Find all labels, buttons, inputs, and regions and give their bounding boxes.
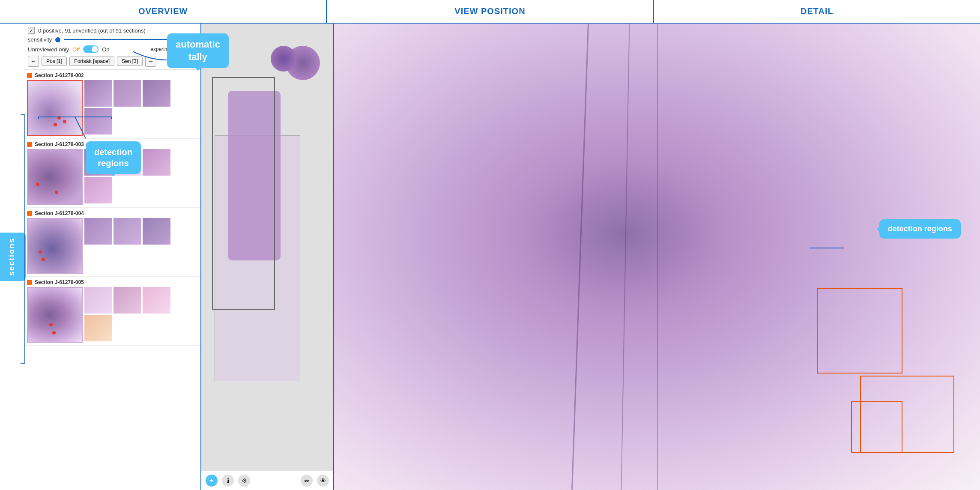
nav-sen-button[interactable]: Sen [3]: [117, 57, 143, 66]
tissue-line-3: [657, 24, 658, 490]
section-label-002: Section J-61278-002: [27, 72, 197, 78]
off-label: Off: [72, 46, 80, 53]
section-id-004: Section J-61278-004: [35, 210, 84, 216]
detection-dot: [42, 258, 45, 261]
nav-fortsatt-button[interactable]: Fortsätt [space]: [69, 57, 114, 66]
on-label: On: [102, 46, 109, 53]
detection-regions-right-bubble: detection regions: [879, 219, 961, 239]
section-thumbs-005: [84, 287, 197, 341]
section-label-005: Section J-61278-005: [27, 279, 197, 285]
section-color-005: [27, 280, 32, 285]
section-item-002: Section J-61278-002: [24, 70, 200, 139]
section-color-003: [27, 142, 32, 147]
section-color-004: [27, 211, 32, 216]
thumb-002-1[interactable]: [84, 80, 112, 107]
section-label-004: Section J-61278-004: [27, 210, 197, 216]
section-main-image-003[interactable]: [27, 149, 83, 205]
sensitivity-dot: [55, 37, 60, 42]
thumb-005-1[interactable]: [84, 287, 112, 314]
detection-regions-left-bubble: detection regions: [86, 141, 141, 174]
viewpos-title: VIEW POSITION: [454, 6, 525, 16]
tissue-line-1: [571, 24, 589, 490]
unreviewed-label: Unreviewed only: [28, 46, 69, 53]
header: OVERVIEW VIEW POSITION DETAIL: [0, 0, 980, 24]
section-item-004: Section J-61278-004: [24, 208, 200, 277]
thumb-002-4[interactable]: [84, 108, 112, 134]
detection-regions-left-text: detection regions: [94, 147, 132, 168]
info-icon[interactable]: ℹ: [222, 475, 234, 487]
nav-next-button[interactable]: →: [145, 56, 156, 67]
toggle-knob: [92, 46, 98, 52]
automatic-tally-text: automatic tally: [176, 39, 220, 62]
detail-title: DETAIL: [801, 6, 834, 16]
section-id-002: Section J-61278-002: [35, 72, 84, 78]
main-layout: ✓ 0 positive, 91 unverified (out of 91 s…: [0, 24, 980, 490]
viewpos-toolbar: ✦ ℹ ⚙ ⇔ 👁: [201, 471, 333, 490]
detection-dot: [52, 331, 56, 335]
thumb-005-3[interactable]: [143, 287, 170, 314]
tally-checkbox[interactable]: ✓: [28, 27, 35, 34]
nav-pos-button[interactable]: Pos [1]: [42, 57, 67, 66]
section-main-image-005[interactable]: [27, 287, 83, 343]
nav-prev-button[interactable]: ←: [28, 56, 39, 67]
section-main-image-004[interactable]: [27, 218, 83, 274]
eye-icon[interactable]: 👁: [317, 475, 329, 487]
section-color-002: [27, 73, 32, 78]
settings-icon[interactable]: ⚙: [238, 475, 250, 487]
sections-tab[interactable]: sections: [0, 233, 26, 281]
toggle-switch[interactable]: [83, 45, 99, 53]
section-id-005: Section J-61278-005: [35, 279, 84, 285]
viewpos-panel: ✦ ℹ ⚙ ⇔ 👁: [201, 24, 334, 490]
viewpos-tissue: [201, 24, 333, 471]
thumb-004-2[interactable]: [114, 218, 141, 245]
thumb-005-2[interactable]: [114, 287, 141, 314]
overview-panel: ✓ 0 positive, 91 unverified (out of 91 s…: [0, 24, 201, 490]
overview-title: OVERVIEW: [138, 6, 188, 16]
detail-tissue: [334, 24, 980, 490]
section-thumbs-002: [84, 80, 197, 134]
sync-icon[interactable]: ⇔: [301, 475, 313, 487]
thumb-003-3[interactable]: [143, 149, 170, 176]
detection-regions-right-text: detection regions: [888, 224, 952, 233]
sensitivity-label: sensitivity: [28, 36, 52, 43]
vp-indicator-box: [212, 77, 275, 310]
section-images-004: [27, 218, 197, 274]
detail-header: DETAIL: [654, 0, 980, 23]
detection-line: [810, 248, 844, 248]
viewpos-image-area[interactable]: [201, 24, 333, 471]
sections-tab-container: sections: [0, 24, 24, 490]
tally-row: ✓ 0 positive, 91 unverified (out of 91 s…: [28, 27, 196, 34]
thumb-003-4[interactable]: [84, 177, 112, 203]
section-main-image-002[interactable]: [27, 80, 83, 136]
detection-box-1: [817, 288, 902, 373]
thumb-005-4[interactable]: [84, 315, 112, 341]
section-item-005: Section J-61278-005: [24, 277, 200, 346]
detection-box-3: [851, 401, 902, 453]
section-images-005: [27, 287, 197, 343]
section-thumbs-004: [84, 218, 197, 245]
viewpos-header: VIEW POSITION: [327, 0, 654, 23]
thumb-002-2[interactable]: [114, 80, 141, 107]
tally-text: 0 positive, 91 unverified (out of 91 sec…: [38, 27, 146, 34]
automatic-tally-bubble: automatic tally: [167, 33, 229, 68]
thumb-004-1[interactable]: [84, 218, 112, 245]
detail-panel: detection regions: [334, 24, 980, 490]
overview-header: OVERVIEW: [0, 0, 327, 23]
thumb-002-3[interactable]: [143, 80, 170, 107]
vp-circle-small: [271, 46, 296, 72]
detection-dot: [63, 120, 66, 123]
navigation-icon[interactable]: ✦: [206, 475, 218, 487]
thumb-004-3[interactable]: [143, 218, 170, 245]
detection-dot: [55, 191, 58, 194]
section-id-003: Section J-61278-003: [35, 141, 84, 147]
tissue-line-2: [621, 24, 630, 490]
detection-dot: [36, 182, 39, 186]
section-images-002: [27, 80, 197, 136]
